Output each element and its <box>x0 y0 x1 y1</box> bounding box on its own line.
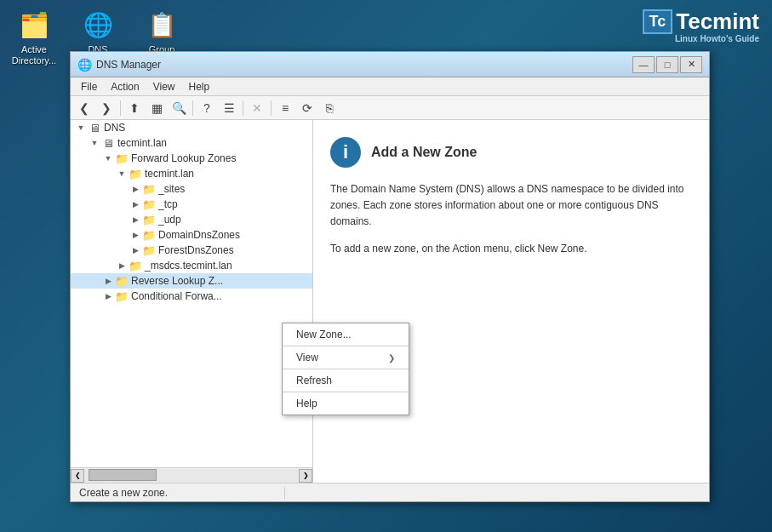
menu-action[interactable]: Action <box>104 79 146 94</box>
delete-button: ✕ <box>247 99 267 117</box>
tree-label-tecmint-sub: tecmint.lan <box>145 168 194 180</box>
tree-item-tecmint-lan[interactable]: ▼ 🖥 tecmint.lan <box>71 135 312 151</box>
detail-body: The Domain Name System (DNS) allows a DN… <box>330 181 692 257</box>
detail-body-1: The Domain Name System (DNS) allows a DN… <box>330 181 692 231</box>
tree-root-label: DNS <box>104 122 125 134</box>
h-scrollbar[interactable]: ❮ ❯ <box>71 467 312 483</box>
ctx-separator-2 <box>283 369 409 369</box>
tree-item-tecmint-sub[interactable]: ▼ 📁 tecmint.lan <box>71 166 312 181</box>
tree-label-domaindns: DomainDnsZones <box>158 229 240 241</box>
active-directory-icon[interactable]: 🗂️ Active Directory... <box>4 4 64 70</box>
export-button[interactable]: ⎘ <box>319 99 340 117</box>
tree-item-msdcs[interactable]: ▶ 📁 _msdcs.tecmint.lan <box>71 258 312 273</box>
status-text: Create a new zone. <box>76 487 285 499</box>
tecmint-sub-text: Linux Howto's Guide <box>675 34 759 43</box>
tree-panel: ▼ 🖥 DNS ▼ 🖥 tecmint.lan ▼ 📁 Forward Look… <box>71 120 313 483</box>
menu-bar: File Action View Help <box>71 77 709 96</box>
title-bar-icon: 🌐 <box>77 58 91 72</box>
ctx-help[interactable]: Help <box>283 394 409 413</box>
ctx-help-label: Help <box>296 398 317 409</box>
toolbar-sep-2 <box>192 100 193 116</box>
folder-icon-msdcs: 📁 <box>129 259 142 272</box>
folder-icon-sites: 📁 <box>142 182 156 196</box>
maximize-button[interactable]: □ <box>656 56 678 73</box>
scroll-thumb[interactable] <box>89 469 157 481</box>
dns-root-icon: 🖥 <box>88 121 101 134</box>
toolbar-sep-4 <box>271 100 272 116</box>
tecmint-logo-text: Tecmint <box>676 9 759 35</box>
folder-icon-forward: 📁 <box>115 152 129 165</box>
desktop: 🗂️ Active Directory... 🌐 DNS 📋 Group Pol… <box>0 0 772 532</box>
context-menu: New Zone... View ❯ Refresh Help <box>282 323 409 415</box>
ctx-separator-1 <box>283 346 409 346</box>
tree-label-conditional: Conditional Forwa... <box>131 290 222 302</box>
scroll-right-button[interactable]: ❯ <box>299 469 312 483</box>
toolbar-sep-3 <box>243 100 243 116</box>
detail-panel: i Add a New Zone The Domain Name System … <box>313 120 709 483</box>
folder-icon-domaindns: 📁 <box>142 228 156 242</box>
show-hide-button[interactable]: ▦ <box>146 99 167 117</box>
tree-item-udp[interactable]: ▶ 📁 _udp <box>71 212 312 227</box>
scroll-track[interactable] <box>84 469 299 483</box>
tree-label-sites: _sites <box>158 183 185 195</box>
folder-icon-tcp: 📁 <box>142 197 156 211</box>
tree-item-conditional[interactable]: ▶ 📁 Conditional Forwa... <box>71 289 312 304</box>
detail-title: Add a New Zone <box>371 145 477 160</box>
ctx-view[interactable]: View ❯ <box>283 348 409 367</box>
ctx-new-zone-label: New Zone... <box>296 329 352 340</box>
properties-button[interactable]: ≡ <box>275 99 295 117</box>
detail-body-2: To add a new zone, on the Action menu, c… <box>330 241 692 257</box>
tree-label-reverse: Reverse Lookup Z... <box>131 275 223 287</box>
dns-manager-window: 🌐 DNS Manager — □ ✕ File Action View Hel… <box>70 51 710 502</box>
folder-icon-conditional: 📁 <box>115 289 129 303</box>
tree-root[interactable]: ▼ 🖥 DNS <box>71 120 312 135</box>
folder-icon-forestdns: 📁 <box>142 243 156 257</box>
tree-item-sites[interactable]: ▶ 📁 _sites <box>71 181 312 197</box>
menu-file[interactable]: File <box>74 79 104 94</box>
tecmint-logo: Tc Tecmint Linux Howto's Guide <box>643 9 759 35</box>
close-button[interactable]: ✕ <box>680 56 702 73</box>
folder-icon-tecmint: 📁 <box>129 167 142 180</box>
toolbar: ❮ ❯ ⬆ ▦ 🔍 ? ☰ ✕ ≡ ⟳ ⎘ <box>71 96 709 120</box>
detail-header: i Add a New Zone <box>330 137 692 168</box>
tree-item-reverse[interactable]: ▶ 📁 Reverse Lookup Z... <box>71 273 312 289</box>
tree-label-tecmint-lan: tecmint.lan <box>117 137 167 149</box>
title-bar: 🌐 DNS Manager — □ ✕ <box>71 52 709 77</box>
tree-item-domaindns[interactable]: ▶ 📁 DomainDnsZones <box>71 227 312 243</box>
server-icon: 🖥 <box>101 136 115 150</box>
tree-label-forestdns: ForestDnsZones <box>158 244 234 256</box>
back-button[interactable]: ❮ <box>74 99 94 117</box>
refresh-button[interactable]: ⟳ <box>297 99 317 117</box>
ctx-refresh-label: Refresh <box>296 375 332 386</box>
ctx-view-arrow: ❯ <box>388 353 395 363</box>
details-button[interactable]: ☰ <box>219 99 239 117</box>
scroll-left-button[interactable]: ❮ <box>71 469 84 483</box>
ctx-new-zone[interactable]: New Zone... <box>283 325 409 344</box>
minimize-button[interactable]: — <box>632 56 655 73</box>
title-bar-buttons: — □ ✕ <box>632 56 702 73</box>
title-bar-text: DNS Manager <box>96 59 632 71</box>
help-button[interactable]: ? <box>197 99 217 117</box>
menu-help[interactable]: Help <box>182 79 217 94</box>
tree-item-forestdns[interactable]: ▶ 📁 ForestDnsZones <box>71 243 312 258</box>
main-content: ▼ 🖥 DNS ▼ 🖥 tecmint.lan ▼ 📁 Forward Look… <box>71 120 709 483</box>
ctx-refresh[interactable]: Refresh <box>283 371 409 390</box>
status-bar: Create a new zone. <box>71 483 709 501</box>
up-button[interactable]: ⬆ <box>124 99 145 117</box>
search-button[interactable]: 🔍 <box>169 99 189 117</box>
forward-button[interactable]: ❯ <box>96 99 117 117</box>
folder-icon-udp: 📁 <box>142 213 156 226</box>
tree-label-tcp: _tcp <box>158 198 178 210</box>
tree-item-forward[interactable]: ▼ 📁 Forward Lookup Zones <box>71 151 312 166</box>
ctx-view-label: View <box>296 352 318 363</box>
info-icon: i <box>330 137 361 168</box>
tree-item-tcp[interactable]: ▶ 📁 _tcp <box>71 197 312 212</box>
folder-icon-reverse: 📁 <box>115 274 129 288</box>
toolbar-sep-1 <box>120 100 121 116</box>
tree-label-forward: Forward Lookup Zones <box>131 152 236 164</box>
menu-view[interactable]: View <box>146 79 182 94</box>
tree-label-msdcs: _msdcs.tecmint.lan <box>145 260 232 272</box>
active-directory-label: Active Directory... <box>8 44 60 66</box>
ctx-separator-3 <box>283 392 409 392</box>
tree-label-udp: _udp <box>158 214 181 226</box>
